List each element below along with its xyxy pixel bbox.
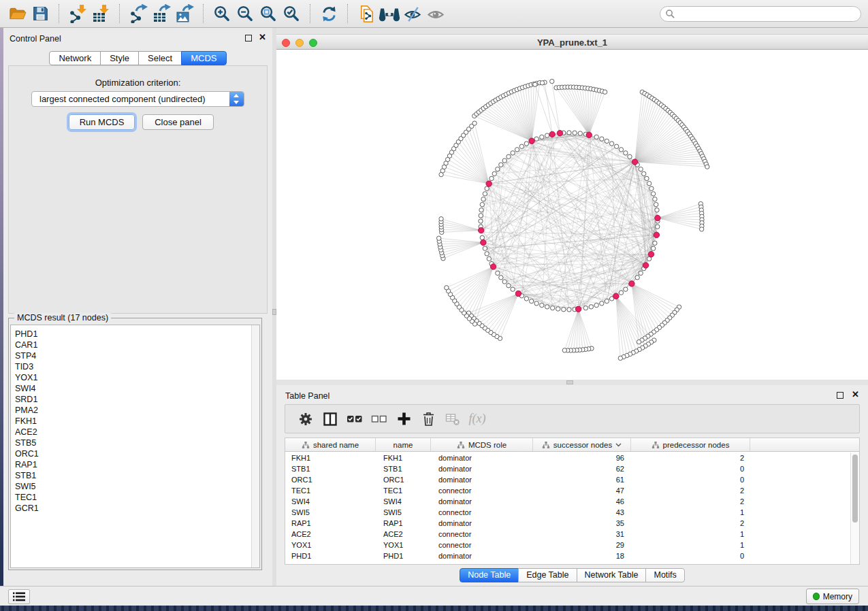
table-row[interactable]: SWI4SWI4dominator462 <box>285 496 850 507</box>
mcds-hub-node[interactable] <box>648 251 654 257</box>
mcds-hub-node[interactable] <box>629 281 634 286</box>
select-all-icon[interactable] <box>342 407 367 431</box>
splitter-handle[interactable] <box>566 380 573 384</box>
mcds-hub-node[interactable] <box>586 132 592 137</box>
mcds-result-item[interactable]: CAR1 <box>15 340 259 350</box>
horizontal-splitter[interactable] <box>276 380 868 385</box>
mcds-result-item[interactable]: RAP1 <box>15 459 259 470</box>
zoom-selected-icon[interactable] <box>280 2 303 25</box>
table-row[interactable]: SWI5SWI5connector431 <box>285 507 850 518</box>
mcds-hub-node[interactable] <box>643 263 648 268</box>
mcds-hub-node[interactable] <box>557 131 562 136</box>
mcds-result-item[interactable]: PHD1 <box>15 329 259 340</box>
mcds-hub-node[interactable] <box>613 293 619 299</box>
task-history-button[interactable] <box>8 589 30 604</box>
table-row[interactable]: ACE2ACE2connector311 <box>285 529 850 540</box>
tab-edge-table[interactable]: Edge Table <box>518 568 577 582</box>
mcds-hub-node[interactable] <box>575 306 581 312</box>
table-row[interactable]: FKH1FKH1dominator962 <box>285 452 850 463</box>
new-network-from-selection-icon[interactable] <box>355 2 378 25</box>
mcds-hub-node[interactable] <box>632 159 637 165</box>
table-row[interactable]: TEC1TEC1connector472 <box>285 485 850 496</box>
close-panel-icon[interactable]: ✕ <box>259 33 266 42</box>
mcds-hub-node[interactable] <box>654 232 659 237</box>
deselect-all-icon[interactable] <box>367 407 391 431</box>
mcds-result-item[interactable]: ACE2 <box>15 427 259 437</box>
mcds-result-item[interactable]: YOX1 <box>15 372 259 383</box>
delete-table-icon[interactable] <box>440 407 465 431</box>
dropdown-stepper-icon[interactable] <box>229 92 244 106</box>
refresh-view-icon[interactable] <box>317 2 340 25</box>
export-image-icon[interactable] <box>173 2 196 25</box>
mcds-result-item[interactable]: SRD1 <box>15 394 259 405</box>
mcds-result-item[interactable]: STB1 <box>15 470 259 481</box>
show-all-icon[interactable] <box>424 2 447 25</box>
scrollbar-thumb[interactable] <box>852 455 858 523</box>
table-settings-icon[interactable] <box>293 407 318 431</box>
zoom-fit-icon[interactable] <box>257 2 280 25</box>
mcds-list-scrollbar[interactable] <box>251 325 259 567</box>
tab-select[interactable]: Select <box>138 51 182 65</box>
mcds-result-item[interactable]: TEC1 <box>15 492 259 503</box>
tab-node-table[interactable]: Node Table <box>460 568 519 582</box>
mcds-hub-node[interactable] <box>479 227 484 233</box>
import-table-icon[interactable] <box>89 2 112 25</box>
table-scrollbar[interactable] <box>850 452 859 564</box>
open-file-icon[interactable] <box>5 2 29 25</box>
tab-motifs[interactable]: Motifs <box>645 568 684 582</box>
mcds-result-item[interactable]: TID3 <box>15 361 259 372</box>
mcds-result-item[interactable]: ORC1 <box>15 448 259 459</box>
mcds-hub-node[interactable] <box>549 131 555 137</box>
table-row[interactable]: RAP1RAP1dominator352 <box>285 518 850 529</box>
network-window-titlebar[interactable]: YPA_prune.txt_1 <box>276 34 868 50</box>
zoom-in-icon[interactable] <box>210 2 234 25</box>
optimization-criterion-dropdown[interactable]: largest connected component (undirected) <box>31 91 244 107</box>
mcds-hub-node[interactable] <box>481 240 486 245</box>
column-header-predecessor-nodes[interactable]: predecessor nodes <box>631 438 750 451</box>
mcds-hub-node[interactable] <box>515 291 521 296</box>
run-mcds-button[interactable]: Run MCDS <box>69 114 135 130</box>
export-network-icon[interactable] <box>127 2 150 25</box>
delete-column-icon[interactable] <box>416 407 440 431</box>
mcds-result-item[interactable]: STP4 <box>15 350 259 361</box>
table-row[interactable]: PHD1PHD1dominator180 <box>285 550 850 561</box>
memory-button[interactable]: Memory <box>806 589 859 604</box>
column-header-shared-name[interactable]: shared name <box>285 438 376 451</box>
search-input[interactable] <box>660 6 861 22</box>
mcds-hub-node[interactable] <box>529 138 534 144</box>
export-table-icon[interactable] <box>150 2 173 25</box>
tab-network[interactable]: Network <box>49 51 101 65</box>
mcds-result-list[interactable]: PHD1CAR1STP4TID3YOX1SWI4SRD1PMA2FKH1ACE2… <box>10 325 260 568</box>
mcds-hub-node[interactable] <box>486 181 492 186</box>
show-column-icon[interactable] <box>318 407 342 431</box>
import-network-icon[interactable] <box>66 2 89 25</box>
hide-selected-icon[interactable] <box>401 2 424 25</box>
mcds-hub-node[interactable] <box>655 215 660 220</box>
tab-network-table[interactable]: Network Table <box>577 568 647 582</box>
column-header-name[interactable]: name <box>376 438 431 451</box>
close-panel-button[interactable]: Close panel <box>142 114 214 130</box>
float-panel-icon[interactable] <box>837 392 843 399</box>
mcds-result-item[interactable]: SWI4 <box>15 383 259 394</box>
mcds-result-item[interactable]: SWI5 <box>15 481 259 492</box>
tab-mcds[interactable]: MCDS <box>181 51 226 65</box>
save-session-icon[interactable] <box>29 2 52 25</box>
tab-style[interactable]: Style <box>100 51 139 65</box>
column-header-successor-nodes[interactable]: successor nodes <box>533 438 631 451</box>
zoom-out-icon[interactable] <box>234 2 257 25</box>
mcds-result-item[interactable]: GCR1 <box>15 503 259 514</box>
add-column-icon[interactable] <box>391 407 416 431</box>
column-header-MCDS-role[interactable]: MCDS role <box>431 438 533 451</box>
float-panel-icon[interactable] <box>245 35 252 42</box>
mcds-result-item[interactable]: PMA2 <box>15 405 259 416</box>
table-row[interactable]: YOX1YOX1connector291 <box>285 540 850 550</box>
table-row[interactable]: STB1STB1dominator620 <box>285 463 850 474</box>
network-view-canvas[interactable] <box>276 50 868 380</box>
network-graph[interactable] <box>276 50 868 380</box>
mcds-result-item[interactable]: STB5 <box>15 437 259 448</box>
close-panel-icon[interactable]: ✕ <box>852 390 859 399</box>
first-neighbors-icon[interactable] <box>378 2 401 25</box>
mcds-result-item[interactable]: FKH1 <box>15 416 259 427</box>
mcds-hub-node[interactable] <box>490 264 496 269</box>
table-row[interactable]: ORC1ORC1dominator610 <box>285 474 850 485</box>
